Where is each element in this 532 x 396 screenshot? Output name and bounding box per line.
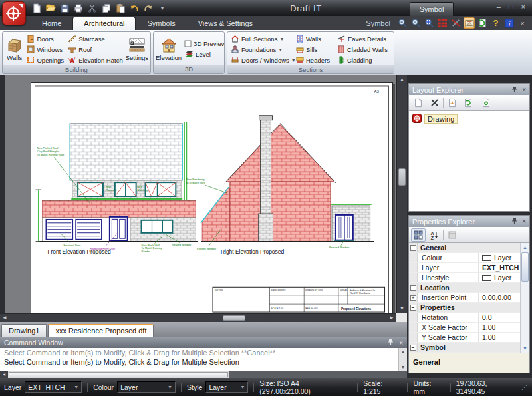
properties-pin-icon[interactable] bbox=[511, 218, 517, 226]
level-button[interactable]: Level bbox=[183, 49, 225, 60]
openings-button[interactable]: Openings bbox=[25, 55, 65, 65]
tab-residence-proposed[interactable]: xxx Residence Proposed.dft bbox=[48, 324, 154, 337]
front-brick-band[interactable] bbox=[42, 200, 196, 218]
windows-button[interactable]: Windows bbox=[25, 44, 65, 55]
save-icon[interactable] bbox=[59, 2, 70, 14]
open-folder-icon[interactable] bbox=[45, 2, 57, 14]
3d-preview-checkbox[interactable]: 3D Preview bbox=[183, 39, 225, 49]
tab-home[interactable]: Home bbox=[31, 17, 72, 30]
doors-button[interactable]: Doors bbox=[25, 33, 65, 44]
scroll-up-arrow[interactable]: ▲ bbox=[397, 75, 407, 85]
snap-toggle-icon[interactable] bbox=[450, 17, 462, 29]
active-drawing-tool-icon[interactable] bbox=[464, 17, 475, 29]
status-style-dropdown[interactable]: Layer▼ bbox=[205, 381, 248, 393]
zoom-extents-icon[interactable] bbox=[424, 17, 435, 29]
expand-icon-insertion[interactable]: + bbox=[410, 295, 416, 301]
zoom-in-icon[interactable] bbox=[397, 17, 408, 29]
document-title-tab[interactable]: Symbol bbox=[410, 2, 454, 16]
elevation-button[interactable]: Elevation bbox=[156, 33, 182, 65]
elevation-hatch-button[interactable]: AElevation Hatch bbox=[66, 55, 124, 65]
import-layout-icon[interactable] bbox=[479, 97, 493, 110]
undo-icon[interactable] bbox=[128, 2, 140, 14]
cmd-scroll-up-arrow[interactable]: ▲ bbox=[399, 348, 407, 355]
sections-walls-button[interactable]: Walls bbox=[295, 33, 334, 44]
sections-doors-windows-button[interactable]: Doors / Windows▼ bbox=[229, 55, 293, 65]
right-side-wing[interactable] bbox=[202, 188, 230, 242]
command-vertical-scrollbar[interactable]: ▲▼ bbox=[398, 348, 407, 371]
maximize-button[interactable]: □ bbox=[509, 3, 513, 11]
front-elevation[interactable]: New Proposed New Matching bbox=[35, 122, 198, 255]
status-colour-dropdown[interactable]: Layer▼ bbox=[117, 381, 176, 393]
drawing-sheet[interactable]: A3 bbox=[31, 82, 393, 320]
command-pin-icon[interactable] bbox=[388, 339, 394, 347]
property-row-layer[interactable]: Layer EXT_HTCH bbox=[409, 263, 529, 273]
property-grid-scrollbar[interactable]: ▲ ▼ bbox=[520, 243, 529, 353]
command-close-icon[interactable]: × bbox=[399, 339, 403, 347]
cmd-hscroll-thumb[interactable] bbox=[9, 372, 228, 377]
eaves-details-button[interactable]: Eaves Details bbox=[336, 33, 392, 44]
scroll-right-arrow[interactable]: ► bbox=[387, 314, 396, 322]
command-history[interactable]: Select Command or Item(s) to Modify, Cli… bbox=[0, 348, 407, 371]
category-location[interactable]: − Location bbox=[409, 283, 529, 293]
headers-button[interactable]: Headers bbox=[295, 55, 334, 65]
export-layout-icon[interactable] bbox=[445, 97, 460, 110]
right-gable[interactable] bbox=[226, 125, 334, 182]
cmd-scroll-left-arrow[interactable]: ◄ bbox=[0, 371, 8, 378]
settings-button[interactable]: Settings bbox=[126, 33, 148, 65]
pg-scroll-thumb[interactable] bbox=[521, 252, 529, 282]
new-document-icon[interactable] bbox=[31, 2, 43, 14]
tab-views-settings[interactable]: Views & Settings bbox=[187, 17, 264, 30]
front-window-3[interactable] bbox=[146, 182, 176, 196]
front-ground-window[interactable] bbox=[142, 220, 173, 233]
property-row-linestyle[interactable]: Linestyle Layer bbox=[409, 273, 529, 283]
tab-drawing1[interactable]: Drawing1 bbox=[1, 324, 47, 337]
snap-grid-icon[interactable] bbox=[437, 17, 448, 29]
collapse-icon-location[interactable]: − bbox=[410, 285, 416, 291]
cladded-walls-button[interactable]: Cladded Walls bbox=[336, 44, 392, 55]
refresh-layout-icon[interactable] bbox=[461, 97, 475, 110]
sills-button[interactable]: Sills bbox=[295, 44, 334, 55]
zoom-out-icon[interactable] bbox=[410, 17, 422, 29]
minimize-ribbon-icon[interactable]: × bbox=[517, 17, 528, 29]
print-icon[interactable] bbox=[72, 2, 84, 14]
refresh-symbol-icon[interactable] bbox=[477, 17, 488, 29]
category-symbol[interactable]: − Symbol bbox=[409, 343, 529, 353]
property-pages-icon[interactable] bbox=[445, 228, 460, 242]
delete-layout-icon[interactable] bbox=[427, 97, 442, 110]
pg-scroll-down-arrow[interactable]: ▼ bbox=[521, 344, 529, 353]
redo-icon[interactable] bbox=[142, 2, 154, 14]
property-row-yscale[interactable]: Y Scale Factor 1.00 bbox=[409, 333, 529, 343]
scroll-left-arrow[interactable]: ◄ bbox=[0, 314, 9, 322]
full-sections-button[interactable]: Full Sections▼ bbox=[229, 33, 293, 44]
status-layer-dropdown[interactable]: EXT_HTCH▼ bbox=[25, 381, 82, 393]
canvas-horizontal-scrollbar[interactable]: ◄ ► bbox=[0, 313, 396, 322]
paste-icon[interactable] bbox=[114, 2, 126, 14]
right-main-wall[interactable] bbox=[230, 182, 331, 241]
property-row-colour[interactable]: Colour Layer bbox=[409, 253, 529, 263]
collapse-icon-symbol[interactable]: − bbox=[410, 345, 416, 351]
collapse-icon[interactable]: − bbox=[410, 245, 416, 251]
drawing-svg[interactable]: A3 bbox=[31, 83, 392, 319]
cmd-scroll-down-arrow[interactable]: ▼ bbox=[399, 363, 407, 371]
application-menu-button[interactable] bbox=[2, 1, 26, 25]
minimize-button[interactable]: – bbox=[497, 3, 501, 11]
right-elevation[interactable]: New Rendering to Replace Tiles Painted W… bbox=[186, 116, 374, 255]
foundations-button[interactable]: Foundations▼ bbox=[229, 44, 293, 55]
properties-close-icon[interactable]: × bbox=[522, 218, 526, 225]
roof-button[interactable]: Roof bbox=[66, 44, 124, 55]
front-roof-tiles[interactable] bbox=[70, 124, 182, 181]
close-button[interactable]: × bbox=[521, 3, 525, 11]
cladding-button[interactable]: Cladding bbox=[336, 55, 392, 65]
vertical-scroll-thumb[interactable] bbox=[398, 168, 406, 186]
horizontal-scroll-thumb[interactable] bbox=[223, 315, 245, 321]
tab-architectural[interactable]: Architectural bbox=[72, 17, 136, 30]
resize-grip[interactable]: ⋰ bbox=[521, 384, 528, 391]
pg-scroll-up-arrow[interactable]: ▲ bbox=[521, 243, 529, 252]
canvas-vertical-scrollbar[interactable]: ▲ ▼ bbox=[396, 75, 407, 313]
scroll-down-arrow[interactable]: ▼ bbox=[397, 304, 407, 313]
new-layout-icon[interactable] bbox=[411, 97, 426, 110]
property-row-xscale[interactable]: X Scale Factor 1.00 bbox=[409, 323, 529, 333]
copy-icon[interactable] bbox=[100, 2, 112, 14]
cut-icon[interactable] bbox=[86, 2, 98, 14]
category-general[interactable]: − General bbox=[409, 243, 529, 253]
